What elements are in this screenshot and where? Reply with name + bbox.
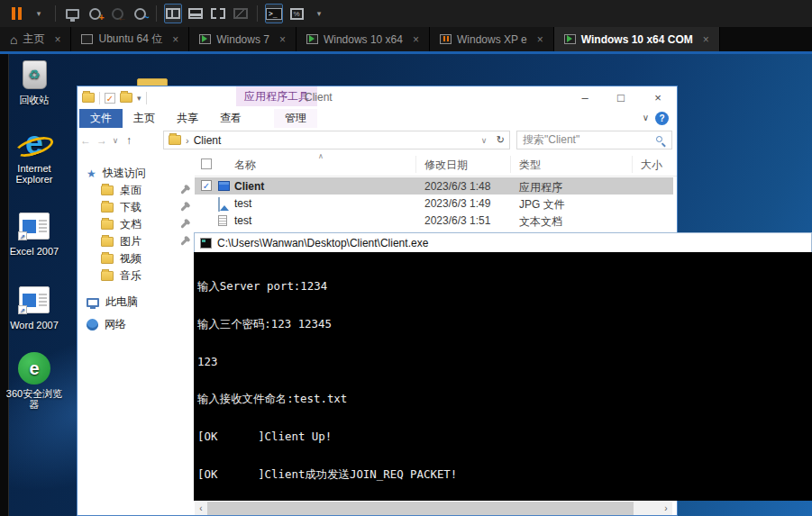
pin-icon: [180, 238, 187, 245]
window-title: Client: [305, 86, 333, 109]
ribbon-tab-view[interactable]: 查看: [209, 109, 252, 128]
tab-windows-10-x64[interactable]: Windows 10 x64 ×: [297, 27, 430, 51]
refresh-icon[interactable]: ↻: [497, 134, 505, 146]
shortcut-arrow-icon: ↗: [18, 231, 27, 240]
recent-locations-icon[interactable]: ∨: [110, 136, 121, 145]
minimize-button[interactable]: –: [571, 86, 598, 109]
close-tab-icon[interactable]: ×: [54, 33, 60, 46]
pause-icon: [12, 7, 22, 20]
address-bar[interactable]: › Client ∨ ↻: [163, 131, 510, 149]
vm-settings-button[interactable]: %: [287, 4, 306, 23]
console-view-button[interactable]: >_: [265, 4, 283, 23]
file-row-test-txt[interactable]: test 2023/6/3 1:51 文本文档: [195, 212, 673, 229]
desktop-icon-internet-explorer[interactable]: e Internet Explorer: [4, 126, 65, 185]
file-date: 2023/6/3 1:49: [424, 197, 490, 210]
sidebar-item-quick-access[interactable]: ★ 快速访问: [78, 165, 195, 182]
qat-dropdown-icon[interactable]: ▾: [137, 94, 141, 103]
desktop-icon-360-browser[interactable]: e 360安全浏览器: [4, 351, 65, 410]
close-tab-icon[interactable]: ×: [172, 33, 178, 46]
sidebar-label: 文档: [120, 217, 141, 232]
sidebar-label: 视频: [120, 251, 141, 267]
new-folder-icon[interactable]: [120, 93, 132, 103]
console-titlebar[interactable]: C:\Users\Wanwan\Desktop\Client\Client.ex…: [194, 232, 812, 252]
pause-vm-button[interactable]: [7, 4, 25, 23]
file-row-client-exe[interactable]: ✓ Client 2023/6/3 1:48 应用程序: [195, 177, 673, 195]
sidebar-item-downloads[interactable]: 下载: [78, 199, 195, 216]
file-type: 文本文档: [519, 214, 562, 230]
close-tab-icon[interactable]: ×: [279, 33, 286, 46]
tab-windows-7[interactable]: Windows 7 ×: [189, 27, 297, 51]
address-dropdown-icon[interactable]: ∨: [481, 136, 492, 145]
properties-check-icon[interactable]: ✓: [105, 93, 115, 104]
up-icon[interactable]: ↑: [121, 134, 137, 147]
sidebar-item-desktop[interactable]: 桌面: [78, 182, 195, 199]
file-row-test-jpg[interactable]: test 2023/6/3 1:49 JPG 文件: [195, 195, 673, 212]
ribbon-collapse-icon[interactable]: ∨: [643, 113, 649, 122]
snapshot-revert-icon: ←: [112, 8, 123, 20]
tab-home[interactable]: ⌂ 主页 ×: [0, 27, 71, 51]
help-icon[interactable]: ?: [655, 112, 669, 125]
search-input[interactable]: 搜索"Client": [516, 131, 672, 149]
maximize-button[interactable]: □: [607, 86, 634, 109]
network-icon: [87, 319, 98, 330]
back-icon[interactable]: ←: [78, 134, 94, 147]
tab-ubuntu-64[interactable]: Ubuntu 64 位 ×: [71, 27, 189, 51]
desktop-icon-recycle-bin[interactable]: ♻ 回收站: [4, 58, 65, 105]
ribbon-tab-file[interactable]: 文件: [79, 109, 123, 128]
close-button[interactable]: ×: [644, 86, 671, 109]
explorer-titlebar[interactable]: ✓ ▾ 应用程序工具 Client – □ ×: [78, 86, 677, 109]
scrollbar-track[interactable]: [207, 502, 660, 515]
forward-icon[interactable]: →: [94, 134, 110, 147]
sidebar-item-videos[interactable]: 视频: [78, 250, 195, 267]
column-date-modified[interactable]: 修改日期: [424, 158, 468, 173]
column-type[interactable]: 类型: [519, 158, 541, 173]
tab-windows-xp[interactable]: Windows XP e ×: [430, 27, 554, 51]
close-tab-icon[interactable]: ×: [703, 33, 709, 46]
console-line: 输入接收文件命名:test.txt: [197, 393, 812, 405]
file-type: JPG 文件: [519, 197, 565, 213]
take-snapshot-button[interactable]: +: [86, 4, 104, 23]
ribbon-tab-manage[interactable]: 管理: [274, 109, 317, 128]
sidebar-item-network[interactable]: 网络: [78, 316, 195, 333]
column-size[interactable]: 大小: [641, 158, 662, 173]
fullscreen-button[interactable]: [209, 4, 227, 23]
vmware-toolbar: ▾ + ← ~ >_ % ▾: [0, 0, 812, 27]
show-library-button[interactable]: [164, 4, 182, 23]
sidebar-item-this-pc[interactable]: 此电脑: [78, 294, 195, 311]
console-line: 输入Server port:1234: [197, 280, 812, 293]
scrollbar-thumb[interactable]: [207, 502, 634, 515]
pin-icon: [180, 186, 187, 194]
folder-icon: [101, 220, 114, 230]
pc-icon: [87, 298, 99, 307]
revert-snapshot-button[interactable]: ←: [108, 4, 126, 23]
vm-settings-dropdown-icon[interactable]: ▾: [310, 4, 328, 23]
send-ctrl-alt-del-button[interactable]: [63, 4, 81, 23]
sidebar-item-pictures[interactable]: 图片: [78, 233, 195, 250]
ribbon-tab-share[interactable]: 共享: [166, 109, 209, 128]
sidebar-item-documents[interactable]: 文档: [78, 216, 195, 233]
scroll-right-icon[interactable]: ›: [660, 503, 672, 513]
tab-label: Windows 10 x64 COM: [581, 33, 693, 46]
close-tab-icon[interactable]: ×: [413, 33, 419, 46]
sidebar-label: 此电脑: [105, 294, 138, 310]
desktop-icon-word-2007[interactable]: ↗ Word 2007: [4, 283, 65, 330]
tab-windows-10-x64-com[interactable]: Windows 10 x64 COM ×: [554, 27, 720, 51]
vm-off-icon: [81, 34, 93, 44]
sidebar-label: 下载: [120, 200, 141, 215]
pin-icon: [180, 221, 187, 228]
show-thumbnail-bar-button[interactable]: [187, 4, 205, 23]
scroll-left-icon[interactable]: ‹: [195, 503, 207, 513]
column-name[interactable]: 名称: [234, 158, 256, 173]
desktop-icon-excel-2007[interactable]: ↗ Excel 2007: [4, 209, 65, 257]
horizontal-scrollbar[interactable]: ‹ ›: [195, 502, 672, 515]
sidebar-item-music[interactable]: 音乐: [78, 267, 195, 285]
console-output: 输入Server port:1234 输入三个密码:123 12345 123 …: [194, 252, 812, 501]
close-tab-icon[interactable]: ×: [537, 33, 543, 46]
breadcrumb[interactable]: Client: [194, 134, 222, 147]
power-dropdown-icon[interactable]: ▾: [30, 4, 48, 23]
manage-snapshots-button[interactable]: ~: [131, 4, 149, 23]
ribbon-tab-home[interactable]: 主页: [123, 109, 166, 128]
select-all-checkbox[interactable]: [201, 158, 212, 169]
row-checkbox[interactable]: ✓: [201, 180, 212, 191]
unity-mode-button[interactable]: [232, 4, 250, 23]
